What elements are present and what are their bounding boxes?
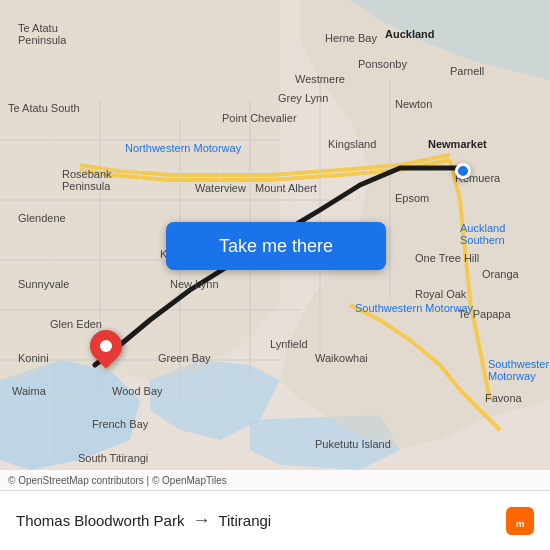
osm-attribution: © OpenStreetMap contributors | © OpenMap…	[8, 475, 227, 486]
attribution-bar: © OpenStreetMap contributors | © OpenMap…	[0, 470, 550, 490]
take-me-there-button[interactable]: Take me there	[166, 222, 386, 270]
origin-dot	[455, 163, 471, 179]
bottom-bar-content: Thomas Bloodworth Park → Titirangi m	[16, 507, 534, 535]
destination-pin	[90, 330, 122, 362]
moovit-logo: m	[506, 507, 534, 535]
moovit-logo-icon: m	[506, 507, 534, 535]
arrow-icon: →	[192, 510, 210, 531]
bottom-bar: Thomas Bloodworth Park → Titirangi m	[0, 490, 550, 550]
to-label: Titirangi	[218, 512, 271, 529]
from-to-section: Thomas Bloodworth Park → Titirangi	[16, 510, 506, 531]
from-label: Thomas Bloodworth Park	[16, 512, 184, 529]
svg-text:m: m	[516, 517, 525, 528]
map-container: Te AtatuPeninsula Auckland Herne Bay Pon…	[0, 0, 550, 490]
